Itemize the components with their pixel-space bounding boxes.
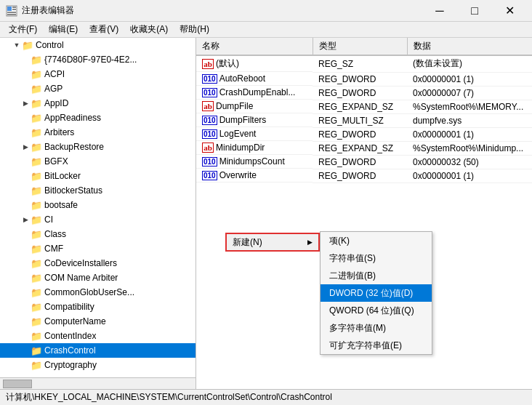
right-panel: 名称 类型 数据 ab(默认)REG_SZ(数值未设置)010AutoReboo… xyxy=(196,38,532,389)
tree-item-label: COM Name Arbiter xyxy=(44,273,118,283)
tree-item-bootsafe[interactable]: 📁bootsafe xyxy=(0,198,196,212)
tree-item-label: BitlockerStatus xyxy=(44,185,102,196)
tree-item-control[interactable]: ▼📁Control xyxy=(0,38,196,52)
tree-item-label: CMF xyxy=(44,244,63,254)
folder-icon: 📁 xyxy=(22,40,33,51)
tree-item-computername[interactable]: 📁ComputerName xyxy=(0,314,196,329)
table-row[interactable]: abMinidumpDirREG_EXPAND_SZ%SystemRoot%\M… xyxy=(196,141,532,155)
expand-icon[interactable]: ▶ xyxy=(20,216,31,223)
submenu-item-binary[interactable]: 二进制值(B) xyxy=(321,267,432,284)
submenu-item-string[interactable]: 字符串值(S) xyxy=(321,249,432,267)
num-icon: 010 xyxy=(202,116,217,125)
tree-item-label: CoDeviceInstallers xyxy=(44,258,117,268)
table-row[interactable]: 010DumpFiltersREG_MULTI_SZdumpfve.sys xyxy=(196,113,532,127)
window-controls: ─ □ ✕ xyxy=(423,0,526,22)
tree-panel-wrapper: ▼📁Control📁{7746D80F-97E0-4E2...📁ACPI📁AGP… xyxy=(0,38,196,389)
tree-item-appid[interactable]: ▶📁AppID xyxy=(0,96,196,111)
tree-item-label: Compatibility xyxy=(44,302,94,312)
tree-item-label: ACPI xyxy=(44,69,65,79)
folder-icon: 📁 xyxy=(31,360,42,371)
tree-item-acpi[interactable]: 📁ACPI xyxy=(0,67,196,81)
col-type[interactable]: 类型 xyxy=(313,38,407,55)
svg-rect-4 xyxy=(7,12,16,13)
submenu-item-dword[interactable]: DWORD (32 位)值(D) xyxy=(321,284,432,302)
tree-item-cryptography[interactable]: 📁Cryptography xyxy=(0,358,196,372)
submenu-item-xiang[interactable]: 项(K) xyxy=(321,232,432,249)
registry-table: 名称 类型 数据 ab(默认)REG_SZ(数值未设置)010AutoReboo… xyxy=(196,38,532,183)
ab-icon: ab xyxy=(202,59,214,69)
folder-icon: 📁 xyxy=(31,345,42,356)
tree-item-label: Control xyxy=(36,40,64,50)
svg-rect-1 xyxy=(7,7,12,11)
tree-item-bitlockerstatus[interactable]: 📁BitlockerStatus xyxy=(0,183,196,198)
svg-rect-2 xyxy=(12,7,16,8)
tree-item-agp[interactable]: 📁AGP xyxy=(0,81,196,96)
tree-item-arbiters[interactable]: 📁Arbiters xyxy=(0,125,196,140)
menu-view[interactable]: 查看(V) xyxy=(84,22,124,38)
tree-item-codeviceinstallers[interactable]: 📁CoDeviceInstallers xyxy=(0,256,196,270)
menu-favorites[interactable]: 收藏夹(A) xyxy=(124,22,174,38)
close-button[interactable]: ✕ xyxy=(493,0,526,22)
folder-icon: 📁 xyxy=(31,200,42,211)
maximize-button[interactable]: □ xyxy=(458,0,491,22)
folder-icon: 📁 xyxy=(31,185,42,196)
tree-item-cmf[interactable]: 📁CMF xyxy=(0,241,196,256)
tree-item-appreadiness[interactable]: 📁AppReadiness xyxy=(0,111,196,125)
table-row[interactable]: 010LogEventREG_DWORD0x00000001 (1) xyxy=(196,127,532,141)
tree-item-comnamearbiter[interactable]: 📁COM Name Arbiter xyxy=(0,270,196,285)
submenu-item-expandstring[interactable]: 可扩充字符串值(E) xyxy=(321,337,432,354)
expand-icon[interactable]: ▼ xyxy=(12,41,22,49)
folder-icon: 📁 xyxy=(31,69,42,80)
folder-icon: 📁 xyxy=(31,98,42,109)
tree-item-ci[interactable]: ▶📁CI xyxy=(0,212,196,227)
table-row[interactable]: 010MinidumpsCountREG_DWORD0x00000032 (50… xyxy=(196,155,532,169)
tree-item-label: CommonGlobUserSe... xyxy=(44,287,134,297)
submenu-item-multistring[interactable]: 多字符串值(M) xyxy=(321,319,432,337)
table-row[interactable]: abDumpFileREG_EXPAND_SZ%SystemRoot%\MEMO… xyxy=(196,100,532,113)
minimize-button[interactable]: ─ xyxy=(423,0,456,22)
menu-edit[interactable]: 编辑(E) xyxy=(43,22,84,38)
ab-icon: ab xyxy=(202,143,214,153)
tree-item-label: BitLocker xyxy=(44,171,81,181)
new-arrow-icon: ▶ xyxy=(307,238,313,246)
tree-item-crashcontrol[interactable]: 📁CrashControl xyxy=(0,343,196,358)
app-icon xyxy=(6,5,17,17)
tree-item-compatibility[interactable]: 📁Compatibility xyxy=(0,300,196,314)
table-row[interactable]: 010CrashDumpEnabl...REG_DWORD0x00000007 … xyxy=(196,86,532,100)
tree-hscrollbar[interactable] xyxy=(0,377,196,389)
folder-icon: 📁 xyxy=(31,287,42,298)
folder-icon: 📁 xyxy=(31,127,42,138)
num-icon: 010 xyxy=(202,171,217,180)
expand-icon[interactable]: ▶ xyxy=(20,100,31,107)
expand-icon[interactable]: ▶ xyxy=(20,143,31,151)
context-menu-new-row: 新建(N) ▶ 项(K) 字符串值(S) 二进制值(B) DWORD (32 xyxy=(225,233,432,356)
tree-item-7746[interactable]: 📁{7746D80F-97E0-4E2... xyxy=(0,52,196,67)
new-menu-item[interactable]: 新建(N) ▶ xyxy=(225,233,320,252)
tree-item-commonglobusers[interactable]: 📁CommonGlobUserSe... xyxy=(0,285,196,300)
context-menu-container: 新建(N) ▶ 项(K) 字符串值(S) 二进制值(B) DWORD (32 xyxy=(225,233,432,356)
col-name[interactable]: 名称 xyxy=(196,38,313,55)
table-row[interactable]: 010OverwriteREG_DWORD0x00000001 (1) xyxy=(196,169,532,183)
folder-icon: 📁 xyxy=(31,316,42,327)
tree-item-bitlocker[interactable]: 📁BitLocker xyxy=(0,169,196,183)
tree-item-backuprestore[interactable]: ▶📁BackupRestore xyxy=(0,140,196,154)
tree-item-bgfx[interactable]: 📁BGFX xyxy=(0,154,196,169)
col-data[interactable]: 数据 xyxy=(407,38,532,55)
svg-rect-5 xyxy=(7,14,16,15)
folder-icon: 📁 xyxy=(31,214,42,225)
folder-icon: 📁 xyxy=(31,229,42,240)
tree-item-contentindex[interactable]: 📁ContentIndex xyxy=(0,329,196,343)
submenu-item-qword[interactable]: QWORD (64 位)值(Q) xyxy=(321,302,432,319)
menu-file[interactable]: 文件(F) xyxy=(3,22,43,38)
tree-hscroll-thumb[interactable] xyxy=(3,380,32,388)
submenu: 项(K) 字符串值(S) 二进制值(B) DWORD (32 位)值(D) QW… xyxy=(320,231,432,355)
num-icon: 010 xyxy=(202,129,217,139)
folder-icon: 📁 xyxy=(31,302,42,313)
table-row[interactable]: ab(默认)REG_SZ(数值未设置) xyxy=(196,55,532,72)
tree-item-label: CI xyxy=(44,214,53,225)
tree-item-class[interactable]: 📁Class xyxy=(0,227,196,241)
menu-help[interactable]: 帮助(H) xyxy=(174,22,215,38)
tree-panel[interactable]: ▼📁Control📁{7746D80F-97E0-4E2...📁ACPI📁AGP… xyxy=(0,38,196,377)
tree-item-label: Class xyxy=(44,229,66,239)
table-row[interactable]: 010AutoRebootREG_DWORD0x00000001 (1) xyxy=(196,72,532,86)
